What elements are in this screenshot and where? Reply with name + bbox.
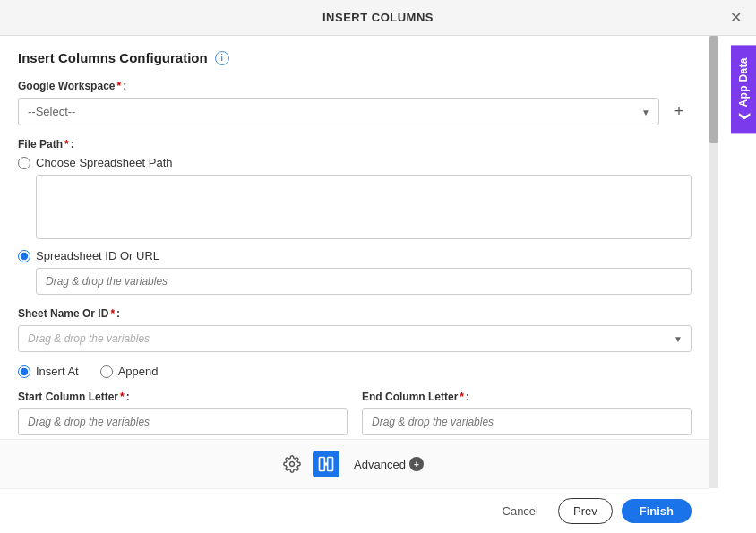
file-path-label: File Path * : bbox=[18, 138, 692, 150]
close-button[interactable]: ✕ bbox=[726, 9, 745, 27]
end-column-label: End Column Letter * : bbox=[362, 391, 692, 403]
app-data-tab[interactable]: ❮ App Data bbox=[731, 45, 756, 133]
file-path-required: * bbox=[64, 138, 69, 150]
radio-append[interactable]: Append bbox=[100, 365, 159, 378]
modal-container: INSERT COLUMNS ✕ ❮ App Data Insert Colum… bbox=[0, 0, 756, 533]
prev-button[interactable]: Prev bbox=[558, 498, 613, 524]
radio-append-input[interactable] bbox=[100, 365, 113, 378]
google-workspace-select-wrapper: --Select-- ▼ bbox=[18, 98, 659, 125]
add-workspace-button[interactable]: + bbox=[666, 99, 692, 125]
column-letter-row: Start Column Letter * : End Column Lette… bbox=[18, 391, 692, 435]
sheet-name-label: Sheet Name Or ID * : bbox=[18, 307, 692, 320]
google-workspace-label: Google Workspace * : bbox=[18, 80, 692, 92]
finish-button[interactable]: Finish bbox=[622, 499, 692, 523]
radio-choose-input[interactable] bbox=[18, 157, 30, 169]
scrollbar-thumb[interactable] bbox=[709, 36, 718, 143]
start-column-label: Start Column Letter * : bbox=[18, 391, 348, 403]
sheet-name-required: * bbox=[110, 307, 115, 320]
google-workspace-required: * bbox=[116, 80, 121, 92]
info-icon[interactable]: i bbox=[215, 51, 229, 65]
spreadsheet-id-input-wrapper bbox=[36, 268, 692, 295]
end-column-required: * bbox=[460, 391, 464, 403]
radio-spreadsheet-input[interactable] bbox=[18, 250, 30, 262]
svg-point-0 bbox=[290, 462, 295, 467]
choose-path-textarea[interactable] bbox=[36, 175, 692, 239]
modal-footer: Cancel Prev Finish bbox=[0, 488, 709, 533]
radio-choose-label: Choose Spreadsheet Path bbox=[36, 156, 173, 169]
radio-insert-at[interactable]: Insert At bbox=[18, 365, 79, 378]
radio-spreadsheet-id[interactable]: Spreadsheet ID Or URL bbox=[18, 249, 692, 262]
end-column-input[interactable] bbox=[362, 408, 692, 435]
insert-columns-icon[interactable] bbox=[313, 451, 339, 477]
sheet-name-select[interactable]: Drag & drop the variables bbox=[18, 325, 692, 352]
modal-title: INSERT COLUMNS bbox=[322, 11, 434, 24]
radio-choose-path[interactable]: Choose Spreadsheet Path bbox=[18, 156, 692, 169]
radio-insert-label: Insert At bbox=[36, 365, 79, 378]
insert-append-row: Insert At Append bbox=[18, 365, 692, 378]
sheet-name-input-wrapper: Drag & drop the variables ▼ bbox=[18, 325, 692, 352]
section-title: Insert Columns Configuration i bbox=[18, 50, 692, 65]
app-data-label: App Data bbox=[737, 57, 750, 107]
radio-insert-input[interactable] bbox=[18, 365, 30, 378]
section-title-text: Insert Columns Configuration bbox=[18, 50, 208, 65]
modal-header: INSERT COLUMNS ✕ bbox=[0, 0, 756, 36]
start-column-field: Start Column Letter * : bbox=[18, 391, 348, 435]
svg-rect-1 bbox=[320, 458, 325, 471]
google-workspace-select[interactable]: --Select-- bbox=[18, 98, 659, 125]
google-workspace-row: --Select-- ▼ + bbox=[18, 98, 692, 125]
advanced-button[interactable]: Advanced + bbox=[347, 453, 431, 475]
start-column-input[interactable] bbox=[18, 408, 348, 435]
app-data-chevron-icon: ❮ bbox=[737, 112, 750, 121]
cancel-button[interactable]: Cancel bbox=[492, 499, 549, 523]
spreadsheet-id-input[interactable] bbox=[36, 268, 692, 295]
google-workspace-field: Google Workspace * : --Select-- ▼ + bbox=[18, 80, 692, 125]
scrollbar-track bbox=[709, 36, 718, 488]
modal-toolbar: Advanced + bbox=[0, 439, 709, 488]
file-path-field: File Path * : Choose Spreadsheet Path Sp… bbox=[18, 138, 692, 295]
start-column-required: * bbox=[120, 391, 125, 403]
settings-icon[interactable] bbox=[279, 451, 305, 477]
choose-path-textarea-wrapper bbox=[36, 175, 692, 242]
advanced-plus-icon: + bbox=[409, 457, 424, 471]
end-column-field: End Column Letter * : bbox=[362, 391, 692, 435]
advanced-label: Advanced bbox=[354, 458, 406, 471]
radio-spreadsheet-label: Spreadsheet ID Or URL bbox=[36, 249, 159, 262]
svg-rect-2 bbox=[328, 458, 333, 471]
modal-body: Insert Columns Configuration i Google Wo… bbox=[0, 36, 709, 439]
radio-append-label: Append bbox=[118, 365, 159, 378]
sheet-name-field: Sheet Name Or ID * : Drag & drop the var… bbox=[18, 307, 692, 352]
